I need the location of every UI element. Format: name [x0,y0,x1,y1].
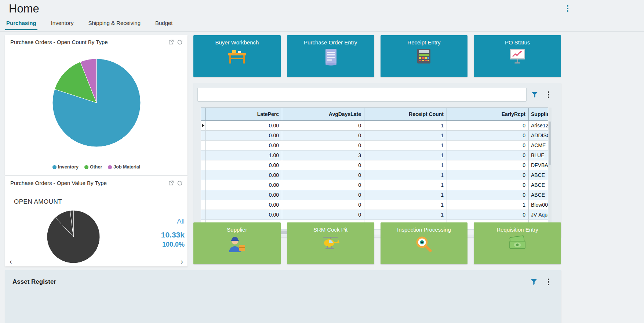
table-row[interactable]: 0.00010ABCE [201,190,548,200]
tab-shipping-receiving[interactable]: Shipping & Receiving [87,17,142,29]
row-gutter[interactable] [201,210,206,220]
tile-srm-cock-pit[interactable]: SRM Cock Pit [287,222,374,264]
table-cell[interactable]: 0 [447,180,529,190]
column-header-earlyrcpt[interactable]: EarlyRcpt [447,108,529,121]
tile-buyer-workbench[interactable]: Buyer Workbench [193,35,281,77]
tab-purchasing[interactable]: Purchasing [5,17,37,29]
table-cell[interactable]: ABCE [529,190,548,200]
popout-icon[interactable] [168,40,174,45]
table-cell[interactable]: 1.00 [206,150,282,160]
table-cell[interactable]: ABCE [529,170,548,180]
vertical-scrollbar[interactable] [548,108,552,229]
table-cell[interactable]: Blow001 [529,200,548,210]
popout-icon[interactable] [168,181,174,186]
table-cell[interactable]: 0 [447,141,529,150]
table-cell[interactable]: 0 [282,121,364,131]
table-row[interactable]: 0.00010ABCE [201,180,548,190]
table-cell[interactable]: 0 [282,210,364,220]
legend-item-inventory[interactable]: Inventory [52,164,79,170]
table-cell[interactable]: 1 [364,131,447,141]
page-kebab-menu-icon[interactable] [565,4,570,13]
row-gutter[interactable] [201,141,206,150]
table-row[interactable]: 0.00010ACME [201,141,548,150]
grid-filter-button[interactable] [529,89,541,101]
table-cell[interactable]: 0 [282,141,364,150]
table-cell[interactable]: 1 [364,160,447,170]
table-cell[interactable]: 0 [447,150,529,160]
table-cell[interactable]: DFVBAC [529,160,548,170]
table-row[interactable]: 0.00010Arise123 [201,121,548,131]
asset-register-filter-button[interactable] [528,276,540,288]
chevron-right-icon[interactable]: › [181,258,183,265]
table-cell[interactable]: Arise123 [529,121,548,131]
grid-kebab-menu-icon[interactable] [543,89,554,101]
table-cell[interactable]: 0 [282,170,364,180]
table-cell[interactable]: 0 [447,131,529,141]
grid-search-input[interactable] [197,88,527,102]
table-cell[interactable]: 0 [447,210,529,220]
table-cell[interactable]: 3 [282,150,364,160]
table-cell[interactable]: 0 [282,180,364,190]
chevron-left-icon[interactable]: ‹ [10,258,12,265]
table-cell[interactable]: 0.00 [206,190,282,200]
table-row[interactable]: 1.00310BLUE [201,150,548,160]
table-cell[interactable]: 1 [364,150,447,160]
table-cell[interactable]: 0 [282,190,364,200]
table-cell[interactable]: 0.00 [206,121,282,131]
table-cell[interactable]: ADDISON [529,131,548,141]
row-gutter[interactable] [201,170,206,180]
refresh-icon[interactable] [177,40,182,45]
table-cell[interactable]: 0 [447,190,529,200]
table-cell[interactable]: ABCE [529,180,548,190]
tile-receipt-entry[interactable]: Receipt Entry [381,35,468,77]
table-cell[interactable]: 1 [364,210,447,220]
row-gutter[interactable] [201,121,206,131]
table-cell[interactable]: 0.00 [206,180,282,190]
table-cell[interactable]: 0.00 [206,141,282,150]
table-cell[interactable]: 1 [364,141,447,150]
vertical-scrollbar-thumb[interactable] [549,121,551,165]
tile-purchase-order-entry[interactable]: Purchase Order Entry [287,35,374,77]
table-cell[interactable]: 0.00 [206,131,282,141]
table-cell[interactable]: 0.00 [206,210,282,220]
column-header-supplier[interactable]: Supplier [529,108,548,121]
row-gutter[interactable] [201,190,206,200]
asset-register-kebab-menu-icon[interactable] [543,276,554,288]
table-cell[interactable]: 0 [447,121,529,131]
table-cell[interactable]: JV-Aqua [529,210,548,220]
table-cell[interactable]: 0 [282,160,364,170]
table-row[interactable]: 0.00011Blow001 [201,200,548,210]
table-cell[interactable]: BLUE [529,150,548,160]
tile-po-status[interactable]: PO Status [474,35,561,77]
table-cell[interactable]: 1 [364,200,447,210]
refresh-icon[interactable] [177,181,182,186]
column-header-receipt-count[interactable]: Receipt Count [364,108,447,121]
row-gutter[interactable] [201,150,206,160]
row-gutter[interactable] [201,180,206,190]
table-cell[interactable]: 1 [447,200,529,210]
table-row[interactable]: 0.00010JV-Aqua [201,210,548,220]
table-cell[interactable]: ACME [529,141,548,150]
column-header-avgdayslate[interactable]: AvgDaysLate [282,108,364,121]
table-cell[interactable]: 1 [364,121,447,131]
tab-inventory[interactable]: Inventory [50,17,75,29]
table-cell[interactable]: 1 [364,170,447,180]
row-gutter[interactable] [201,131,206,141]
legend-item-other[interactable]: Other [84,164,102,170]
tile-requisition-entry[interactable]: Requisition Entry [474,222,561,264]
tile-supplier[interactable]: Supplier [193,222,281,264]
tile-inspection-processing[interactable]: Inspection Processing [381,222,468,264]
table-cell[interactable]: 0.00 [206,160,282,170]
table-cell[interactable]: 1 [364,190,447,200]
table-cell[interactable]: 0 [447,170,529,180]
column-header-lateperc[interactable]: LatePerc [206,108,282,121]
table-cell[interactable]: 0.00 [206,200,282,210]
table-cell[interactable]: 0 [447,160,529,170]
tab-budget[interactable]: Budget [154,17,174,29]
row-gutter[interactable] [201,200,206,210]
table-cell[interactable]: 0 [282,200,364,210]
legend-item-job-material[interactable]: Job Material [108,164,140,170]
table-row[interactable]: 0.00010DFVBAC [201,160,548,170]
table-cell[interactable]: 1 [364,180,447,190]
table-row[interactable]: 0.00010ADDISON [201,131,548,141]
